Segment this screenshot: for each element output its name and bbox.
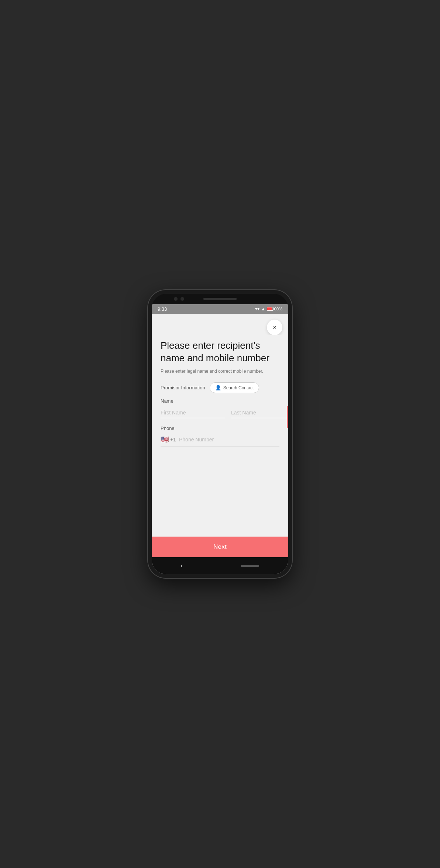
search-contact-label: Search Contact — [223, 385, 254, 390]
name-row — [161, 407, 279, 418]
name-section: Name — [161, 398, 279, 418]
close-button[interactable]: × — [267, 320, 282, 335]
phone-label: Phone — [161, 426, 279, 431]
signal-icon: ▲ — [261, 306, 265, 311]
subtitle-text: Please enter legal name and correct mobi… — [161, 368, 279, 375]
speaker-bump — [203, 298, 237, 300]
phone-screen: 9:33 ▾▾ ▲ 90% × Pl — [152, 294, 288, 574]
page-title: Please enter recipient's name and mobile… — [161, 340, 279, 365]
home-pill[interactable] — [241, 565, 259, 567]
phone-input-row: 🇺🇸 +1 — [161, 435, 279, 447]
flag-emoji: 🇺🇸 — [161, 435, 169, 444]
next-button[interactable]: Next — [152, 537, 288, 557]
next-button-container: Next — [152, 537, 288, 557]
battery-fill — [267, 307, 272, 310]
camera-left — [174, 297, 178, 301]
first-name-input[interactable] — [161, 407, 225, 418]
search-contact-button[interactable]: 👤 Search Contact — [210, 382, 259, 393]
battery-bar — [267, 307, 274, 311]
status-bar: 9:33 ▾▾ ▲ 90% — [152, 304, 288, 314]
promisor-section-header: Promisor Information 👤 Search Contact — [161, 382, 279, 393]
battery-percent: 90% — [274, 307, 282, 311]
wifi-icon: ▾▾ — [255, 306, 259, 311]
country-selector[interactable]: 🇺🇸 +1 — [161, 435, 176, 444]
camera-right — [181, 297, 184, 301]
content-area: Please enter recipient's name and mobile… — [152, 335, 288, 537]
side-accent — [287, 406, 288, 428]
phone-section: Phone 🇺🇸 +1 — [161, 426, 279, 447]
bottom-nav: ‹ — [152, 557, 288, 574]
name-label: Name — [161, 398, 279, 404]
status-icons: ▾▾ ▲ 90% — [255, 306, 282, 311]
phone-top-bar — [152, 294, 288, 304]
contact-search-icon: 👤 — [215, 385, 221, 390]
promisor-section-label: Promisor Information — [161, 385, 205, 390]
last-name-input[interactable] — [231, 407, 288, 418]
status-time: 9:33 — [158, 306, 167, 312]
top-section: × — [152, 314, 288, 335]
battery-icon: 90% — [267, 307, 282, 311]
close-icon: × — [273, 324, 277, 331]
back-button[interactable]: ‹ — [181, 562, 183, 569]
country-code: +1 — [170, 437, 176, 442]
phone-device: 9:33 ▾▾ ▲ 90% × Pl — [148, 290, 292, 578]
next-button-label: Next — [213, 543, 227, 550]
phone-number-input[interactable] — [179, 437, 279, 442]
screen-content: × Please enter recipient's name and mobi… — [152, 314, 288, 574]
